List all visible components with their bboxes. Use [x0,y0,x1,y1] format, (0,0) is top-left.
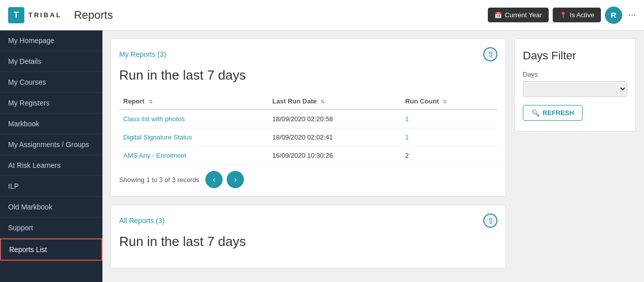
table-row: Digital Signature Status18/09/2020 02:02… [119,128,497,147]
pagination-text: Showing 1 to 3 of 3 records [119,176,199,184]
app-header: T TRIBAL Reports 📅 Current Year 📍 Is Act… [0,0,644,30]
run-count-cell: 1 [401,110,497,128]
report-name-cell: Class list with photos [119,110,268,128]
content-area: My Reports (3) ⇧ Run in the last 7 days … [102,30,644,282]
my-reports-table: Report ⇅ Last Run Date ⇅ Run Count ⇅ [119,93,497,165]
report-link[interactable]: Digital Signature Status [123,133,192,141]
table-row: Class list with photos18/09/2020 02:20:5… [119,110,497,128]
sidebar-item-old-markbook[interactable]: Old Markbook [0,197,102,218]
run-count-cell: 1 [401,128,497,147]
avatar[interactable]: R [605,7,622,24]
report-name-cell: AMS Any - Enrolment [119,147,268,165]
main-content: My Reports (3) ⇧ Run in the last 7 days … [111,39,506,274]
logo: T TRIBAL [8,7,62,23]
all-reports-card-header: All Reports (3) ⇧ [119,214,497,228]
is-active-label: Is Active [570,11,594,19]
sidebar-item-ilp[interactable]: ILP [0,176,102,197]
my-reports-collapse-button[interactable]: ⇧ [483,47,497,61]
sidebar-item-support[interactable]: Support [0,218,102,238]
logo-icon: T [8,7,24,23]
pagination-buttons: ‹ › [205,171,244,188]
report-link[interactable]: Class list with photos [123,115,185,123]
calendar-icon: 📅 [494,12,502,19]
my-reports-card: My Reports (3) ⇧ Run in the last 7 days … [111,39,506,197]
all-reports-subtitle: Run in the last 7 days [119,234,497,250]
last-run-date-cell: 16/09/2020 10:30:26 [268,147,401,165]
report-link[interactable]: AMS Any - Enrolment [123,152,186,159]
table-row: AMS Any - Enrolment16/09/2020 10:30:262 [119,147,497,165]
right-panel: Days Filter Days 7 14 30 🔍 REFRESH [514,39,636,274]
is-active-button[interactable]: 📍 Is Active [553,8,601,22]
more-options-icon[interactable]: ··· [628,10,636,20]
sidebar-item-markbook[interactable]: Markbook [0,114,102,134]
report-name-cell: Digital Signature Status [119,128,268,147]
current-year-label: Current Year [505,11,542,19]
run-count-cell: 2 [401,147,497,165]
all-reports-collapse-button[interactable]: ⇧ [483,214,497,228]
sidebar-item-my-details[interactable]: My Details [0,51,102,72]
main-layout: My Homepage My Details My Courses My Reg… [0,30,644,282]
my-reports-subtitle: Run in the last 7 days [119,67,497,83]
pagination-row: Showing 1 to 3 of 3 records ‹ › [119,171,497,188]
days-select[interactable]: 7 14 30 [523,81,627,97]
prev-page-button[interactable]: ‹ [205,171,223,188]
col-report: Report ⇅ [119,93,268,110]
col-last-run-date: Last Run Date ⇅ [268,93,401,110]
sort-icon-last-run[interactable]: ⇅ [320,99,325,104]
sidebar: My Homepage My Details My Courses My Reg… [0,30,102,282]
refresh-button[interactable]: 🔍 REFRESH [523,105,583,121]
current-year-button[interactable]: 📅 Current Year [488,8,549,22]
col-run-count: Run Count ⇅ [401,93,497,110]
sort-icon-report[interactable]: ⇅ [149,99,153,104]
last-run-date-cell: 18/09/2020 02:20:58 [268,110,401,128]
days-label: Days [523,70,627,78]
sidebar-item-reports-list[interactable]: Reports List [0,238,102,261]
all-reports-title: All Reports (3) [119,217,164,225]
all-reports-card: All Reports (3) ⇧ Run in the last 7 days [111,205,506,268]
sort-icon-run-count[interactable]: ⇅ [443,99,447,104]
header-actions: 📅 Current Year 📍 Is Active R ··· [488,7,636,24]
sidebar-item-at-risk-learners[interactable]: At Risk Learners [0,155,102,176]
my-reports-title: My Reports (3) [119,50,166,58]
pin-icon: 📍 [559,12,567,19]
page-title: Reports [74,9,488,22]
my-reports-card-header: My Reports (3) ⇧ [119,47,497,61]
sidebar-item-my-registers[interactable]: My Registers [0,93,102,114]
days-filter-title: Days Filter [523,49,627,62]
logo-text: TRIBAL [28,11,62,19]
days-filter-card: Days Filter Days 7 14 30 🔍 REFRESH [514,39,636,131]
next-page-button[interactable]: › [227,171,244,188]
refresh-icon: 🔍 [531,109,540,117]
table-header-row: Report ⇅ Last Run Date ⇅ Run Count ⇅ [119,93,497,110]
sidebar-item-my-homepage[interactable]: My Homepage [0,30,102,51]
refresh-label: REFRESH [543,109,574,117]
sidebar-item-my-assignments-groups[interactable]: My Assignments / Groups [0,134,102,155]
last-run-date-cell: 18/09/2020 02:02:41 [268,128,401,147]
sidebar-item-my-courses[interactable]: My Courses [0,72,102,93]
